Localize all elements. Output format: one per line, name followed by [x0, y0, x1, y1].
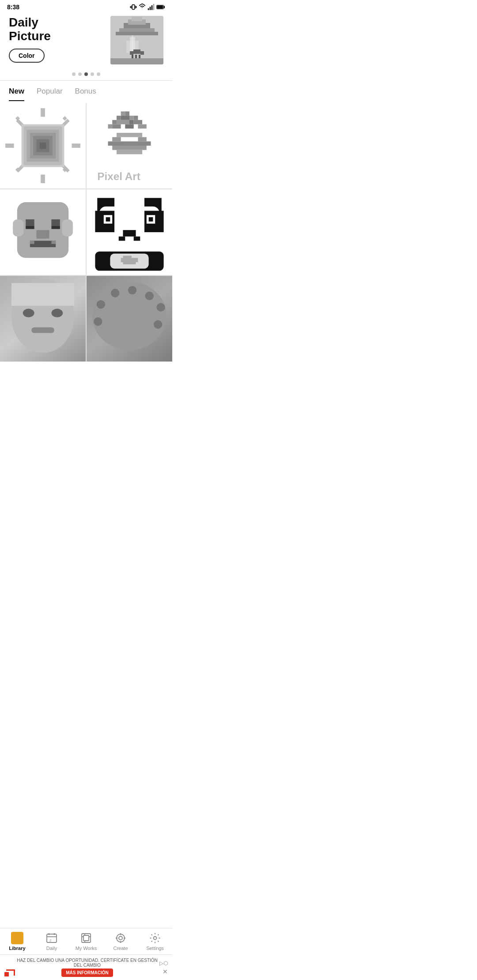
- svg-rect-63: [112, 146, 147, 150]
- tabs: New Popular Bonus: [0, 81, 172, 101]
- svg-rect-88: [123, 230, 136, 237]
- svg-point-100: [23, 309, 34, 317]
- svg-rect-43: [40, 143, 46, 149]
- svg-rect-17: [130, 51, 133, 55]
- svg-rect-21: [135, 55, 137, 58]
- svg-rect-68: [13, 219, 23, 237]
- dot-4[interactable]: [91, 72, 94, 76]
- carousel-dots: [0, 70, 172, 80]
- signal-icon: [148, 4, 155, 11]
- svg-rect-0: [132, 5, 134, 10]
- svg-rect-22: [139, 55, 140, 58]
- svg-rect-77: [51, 241, 56, 244]
- svg-rect-56: [112, 124, 121, 129]
- svg-rect-1: [148, 8, 149, 10]
- svg-point-105: [97, 300, 105, 309]
- header-image: [110, 16, 163, 64]
- svg-rect-55: [108, 124, 113, 129]
- svg-rect-50: [134, 116, 138, 120]
- grid-item-photo-helmet[interactable]: [87, 276, 172, 362]
- svg-rect-61: [138, 137, 146, 142]
- svg-rect-53: [129, 120, 134, 124]
- svg-rect-3: [151, 5, 153, 10]
- dot-5[interactable]: [97, 72, 100, 76]
- svg-rect-18: [133, 49, 140, 54]
- svg-rect-2: [150, 7, 151, 10]
- svg-rect-64: [117, 150, 142, 155]
- app-title: Daily Picture: [9, 16, 51, 43]
- status-icons: [130, 4, 165, 11]
- grid-item-sun[interactable]: [0, 103, 86, 188]
- svg-rect-99: [11, 283, 74, 306]
- svg-rect-6: [163, 6, 164, 8]
- svg-point-107: [128, 286, 136, 294]
- svg-rect-86: [106, 217, 110, 222]
- svg-rect-52: [117, 120, 129, 124]
- svg-rect-7: [157, 6, 163, 8]
- svg-rect-27: [5, 143, 14, 148]
- svg-rect-95: [121, 258, 138, 262]
- grid-item-pixelart-logo[interactable]: Pixel Art: [87, 103, 172, 188]
- content-grid: Pixel Art: [0, 103, 172, 362]
- svg-rect-60: [112, 137, 121, 142]
- svg-rect-89: [119, 237, 125, 241]
- svg-rect-11: [132, 17, 142, 21]
- status-bar: 8:38: [0, 0, 172, 12]
- tab-popular[interactable]: Popular: [37, 87, 63, 101]
- grid-item-photo-girl[interactable]: [0, 276, 86, 362]
- svg-rect-70: [26, 219, 34, 226]
- svg-rect-73: [51, 226, 60, 229]
- svg-rect-96: [123, 262, 136, 264]
- svg-rect-57: [125, 124, 133, 129]
- status-time: 8:38: [7, 4, 19, 11]
- svg-rect-71: [51, 219, 60, 226]
- svg-point-109: [156, 303, 165, 311]
- svg-rect-19: [140, 51, 144, 55]
- svg-rect-20: [132, 55, 133, 58]
- grid-item-face[interactable]: [0, 189, 86, 275]
- svg-rect-45: [121, 111, 125, 116]
- dot-2[interactable]: [78, 72, 82, 76]
- svg-rect-25: [41, 108, 45, 117]
- svg-rect-26: [41, 174, 45, 183]
- svg-rect-59: [117, 133, 142, 137]
- svg-rect-69: [62, 219, 73, 237]
- svg-rect-76: [30, 241, 34, 244]
- svg-point-108: [145, 292, 154, 300]
- svg-point-110: [154, 320, 162, 328]
- svg-rect-47: [117, 116, 121, 120]
- svg-rect-54: [134, 120, 142, 124]
- dot-1[interactable]: [72, 72, 76, 76]
- svg-rect-87: [149, 217, 153, 222]
- svg-rect-102: [31, 327, 54, 333]
- svg-rect-28: [72, 143, 80, 148]
- svg-rect-13: [116, 32, 158, 35]
- svg-rect-74: [36, 230, 49, 238]
- svg-rect-51: [112, 120, 117, 124]
- header-left: Daily Picture Color: [9, 16, 51, 63]
- tab-new[interactable]: New: [9, 87, 24, 101]
- svg-point-111: [94, 317, 102, 326]
- battery-icon: [156, 4, 165, 11]
- svg-rect-72: [26, 226, 34, 229]
- svg-rect-46: [125, 111, 129, 116]
- header: Daily Picture Color: [0, 12, 172, 70]
- svg-rect-62: [108, 141, 151, 146]
- svg-rect-49: [129, 116, 134, 120]
- svg-rect-58: [138, 124, 146, 129]
- svg-point-101: [51, 309, 63, 317]
- svg-rect-4: [153, 4, 155, 10]
- grid-item-panda[interactable]: [87, 189, 172, 275]
- dot-3[interactable]: [84, 72, 88, 76]
- svg-point-106: [111, 289, 119, 297]
- svg-rect-90: [134, 237, 140, 241]
- svg-rect-48: [121, 116, 129, 120]
- vibrate-icon: [130, 4, 137, 11]
- svg-text:Pixel Art: Pixel Art: [97, 170, 140, 182]
- color-button[interactable]: Color: [9, 49, 45, 63]
- svg-rect-23: [110, 58, 163, 64]
- tab-bonus[interactable]: Bonus: [75, 87, 96, 101]
- wifi-icon: [139, 4, 146, 11]
